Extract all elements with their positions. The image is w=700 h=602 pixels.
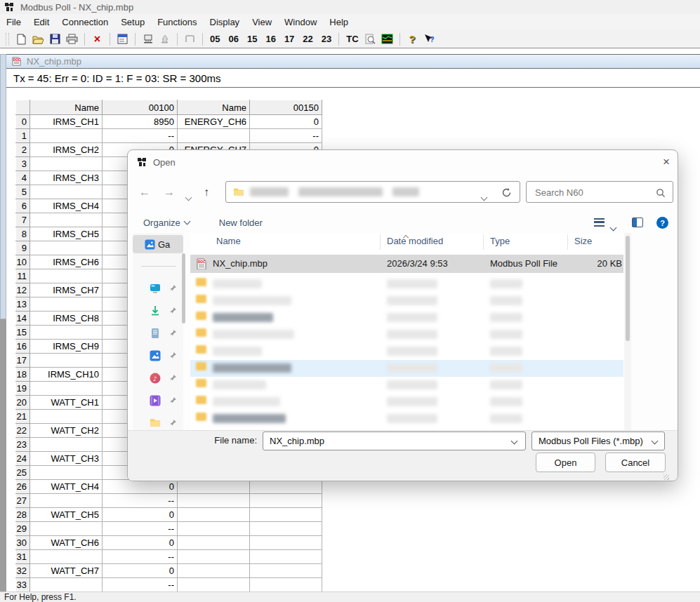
grid-cell[interactable]: IRMS_CH8 xyxy=(30,312,103,326)
grid-cell[interactable] xyxy=(178,550,250,564)
sidebar-scrollbar[interactable] xyxy=(182,253,185,323)
grid-cell[interactable]: IRMS_CH10 xyxy=(30,368,103,382)
scrollbar-thumb[interactable] xyxy=(626,236,630,341)
grid-cell[interactable] xyxy=(250,480,322,494)
menu-edit[interactable]: Edit xyxy=(27,14,55,30)
grid-cell[interactable] xyxy=(30,550,103,564)
sidebar-item-music[interactable]: ♪ xyxy=(133,373,183,385)
grid-cell[interactable] xyxy=(30,213,103,227)
menu-connection[interactable]: Connection xyxy=(55,14,114,30)
recent-locations-icon[interactable] xyxy=(186,190,191,203)
grid-cell[interactable]: WATT_CH7 xyxy=(30,564,103,578)
menu-view[interactable]: View xyxy=(246,14,278,30)
grid-cell[interactable] xyxy=(30,438,103,452)
grid-cell[interactable] xyxy=(30,269,103,283)
view-list-icon[interactable] xyxy=(594,218,605,227)
grid-header[interactable]: 00150 xyxy=(250,100,322,115)
grid-cell[interactable] xyxy=(30,522,103,536)
resize-grip[interactable] xyxy=(663,474,669,480)
grid-cell[interactable]: -- xyxy=(103,550,178,564)
grid-cell[interactable]: 0 xyxy=(103,508,178,522)
grid-cell[interactable] xyxy=(178,564,250,578)
refresh-icon[interactable] xyxy=(501,187,512,198)
grid-row[interactable]: 27-- xyxy=(16,494,322,508)
address-bar[interactable] xyxy=(225,181,520,203)
grid-header[interactable]: Name xyxy=(178,100,250,115)
grid-cell[interactable]: IRMS_CH9 xyxy=(30,340,103,354)
redacted-file-row[interactable] xyxy=(190,326,623,343)
column-header-name[interactable]: Name xyxy=(216,236,241,246)
grid-cell[interactable] xyxy=(30,185,103,199)
grid-cell[interactable]: WATT_CH6 xyxy=(30,536,103,550)
file-type-filter[interactable]: Modbus Poll Files (*.mbp) xyxy=(531,432,665,450)
grid-cell[interactable] xyxy=(30,466,103,480)
open-file-button[interactable] xyxy=(31,32,46,46)
grid-cell[interactable] xyxy=(250,550,322,564)
function-code-05-button[interactable]: 05 xyxy=(208,34,222,44)
open-dialog-titlebar[interactable]: Open xyxy=(128,150,678,174)
grid-cell[interactable]: IRMS_CH6 xyxy=(30,255,103,269)
display-window-button[interactable] xyxy=(115,32,130,46)
grid-row[interactable]: 31-- xyxy=(16,550,322,564)
grid-row[interactable]: 0IRMS_CH18950ENERGY_CH60 xyxy=(16,115,322,129)
grid-cell[interactable] xyxy=(250,508,322,522)
grid-cell[interactable]: 0 xyxy=(103,536,178,550)
grid-cell[interactable] xyxy=(250,564,322,578)
read-write-definition-button[interactable] xyxy=(140,32,155,46)
view-dropdown-icon[interactable] xyxy=(611,220,616,233)
grid-row[interactable]: 33-- xyxy=(16,578,322,592)
organize-button[interactable]: Organize xyxy=(143,218,180,228)
sidebar-item-gallery[interactable]: Ga xyxy=(133,235,183,253)
search-input[interactable] xyxy=(534,185,649,200)
grid-cell[interactable]: -- xyxy=(103,494,178,508)
open-button[interactable]: Open xyxy=(536,453,595,472)
pulse-icon[interactable] xyxy=(183,32,197,46)
function-code-22-button[interactable]: 22 xyxy=(301,34,315,44)
zoom-document-icon[interactable] xyxy=(363,32,378,46)
vertical-scrollbar[interactable] xyxy=(0,54,6,591)
grid-row[interactable]: 29-- xyxy=(16,522,322,536)
sidebar-item-pictures[interactable] xyxy=(133,350,183,363)
function-code-23-button[interactable]: 23 xyxy=(319,34,334,44)
close-icon[interactable]: × xyxy=(659,154,674,170)
grid-cell[interactable] xyxy=(30,297,103,312)
grid-cell[interactable]: ENERGY_CH6 xyxy=(178,115,250,129)
function-code-15-button[interactable]: 15 xyxy=(245,34,259,44)
grid-cell[interactable]: WATT_CH4 xyxy=(30,480,103,494)
grid-cell[interactable] xyxy=(178,494,250,508)
filter-chevron-icon[interactable] xyxy=(652,438,659,445)
grid-cell[interactable] xyxy=(178,508,250,522)
grid-cell[interactable] xyxy=(30,326,103,340)
address-dropdown-icon[interactable] xyxy=(482,190,487,203)
communication-traffic-button[interactable] xyxy=(157,32,172,46)
sidebar-item-desktop[interactable] xyxy=(133,283,183,295)
grid-header[interactable] xyxy=(16,100,30,115)
scrollbar-thumb[interactable] xyxy=(0,54,6,319)
combo-chevron-icon[interactable] xyxy=(511,438,518,445)
grid-cell[interactable]: IRMS_CH2 xyxy=(30,143,103,157)
redacted-file-row[interactable] xyxy=(190,276,623,293)
grid-row[interactable]: 1---- xyxy=(16,129,322,143)
grid-cell[interactable] xyxy=(30,382,103,396)
sidebar-item-downloads[interactable] xyxy=(133,305,183,318)
redacted-file-row[interactable] xyxy=(190,309,623,326)
menu-window[interactable]: Window xyxy=(278,14,323,30)
redacted-file-row[interactable] xyxy=(190,377,623,394)
grid-cell[interactable] xyxy=(178,536,250,550)
grid-cell[interactable]: -- xyxy=(103,522,178,536)
new-file-button[interactable] xyxy=(14,32,29,46)
grid-row[interactable]: 28WATT_CH50 xyxy=(16,508,322,522)
grid-cell[interactable]: 0 xyxy=(103,564,178,578)
preview-pane-icon[interactable] xyxy=(632,218,643,227)
cancel-button[interactable]: Cancel xyxy=(605,453,666,472)
grid-cell[interactable]: WATT_CH2 xyxy=(30,424,103,438)
column-header-size[interactable]: Size xyxy=(574,236,592,246)
help-circle-icon[interactable]: ? xyxy=(656,217,668,229)
grid-cell[interactable] xyxy=(30,157,103,171)
grid-header[interactable]: 00100 xyxy=(103,100,178,115)
grid-cell[interactable]: IRMS_CH1 xyxy=(30,115,103,129)
grid-cell[interactable] xyxy=(178,578,250,592)
menu-help[interactable]: Help xyxy=(323,14,355,30)
back-icon[interactable]: ← xyxy=(139,186,150,199)
grid-cell[interactable]: -- xyxy=(103,129,178,143)
